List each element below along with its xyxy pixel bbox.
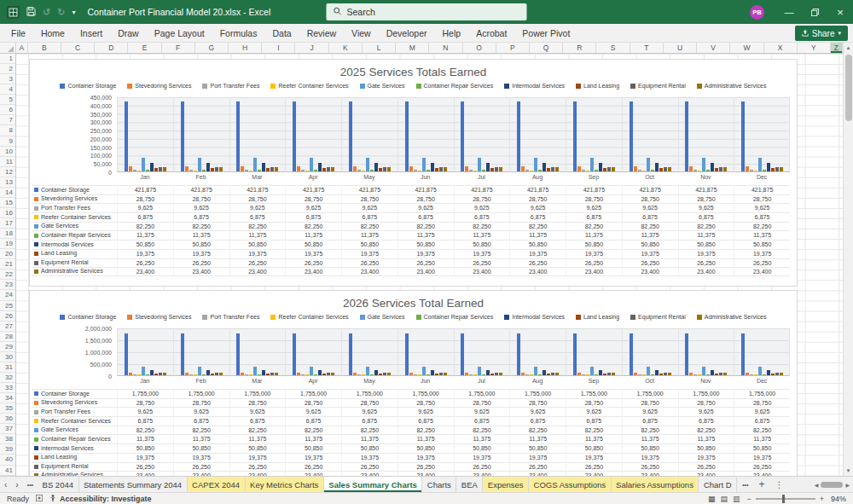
bar-container-repair-services[interactable]	[146, 170, 149, 171]
scroll-right-icon[interactable]: ▶	[845, 482, 850, 488]
bar-intermodal-services[interactable]	[262, 370, 265, 375]
bar-equipment-rental[interactable]	[159, 373, 162, 375]
bar-reefer-container-services[interactable]	[698, 171, 701, 171]
column-header-T[interactable]: T	[630, 43, 664, 53]
legend-item-container-repair-services[interactable]: Container Repair Services	[416, 83, 494, 89]
bar-stevedoring-services[interactable]	[634, 166, 637, 171]
bar-port-transfer-fees[interactable]	[525, 374, 529, 375]
column-header-P[interactable]: P	[496, 43, 530, 53]
row-header-21[interactable]: 21	[0, 259, 15, 269]
save-icon[interactable]	[26, 4, 36, 20]
column-header-U[interactable]: U	[664, 43, 697, 53]
bar-administrative-services[interactable]	[387, 373, 391, 375]
horizontal-scrollbar[interactable]: ◀ ▶	[815, 477, 853, 492]
sheet-nav-more-icon[interactable]: •••	[23, 477, 38, 492]
bar-intermodal-services[interactable]	[486, 370, 490, 375]
ribbon-tab-review[interactable]: Review	[299, 24, 344, 42]
bar-cluster-mar[interactable]	[229, 97, 286, 172]
bar-stevedoring-services[interactable]	[297, 166, 300, 171]
bar-administrative-services[interactable]	[780, 373, 783, 375]
bar-container-storage[interactable]	[125, 101, 128, 172]
row-header-12[interactable]: 12	[0, 167, 15, 177]
bar-intermodal-services[interactable]	[318, 163, 322, 171]
scroll-up-icon[interactable]: ▲	[846, 43, 851, 53]
bar-land-leasing[interactable]	[490, 168, 494, 171]
row-header-27[interactable]: 27	[0, 322, 15, 332]
bar-stevedoring-services[interactable]	[689, 166, 693, 171]
row-header-1[interactable]: 1	[0, 54, 15, 64]
bar-container-storage[interactable]	[741, 333, 745, 375]
bar-container-repair-services[interactable]	[426, 374, 430, 375]
row-header-28[interactable]: 28	[0, 332, 15, 342]
row-header-6[interactable]: 6	[0, 105, 15, 115]
bar-land-leasing[interactable]	[322, 168, 326, 171]
row-header-8[interactable]: 8	[0, 125, 15, 136]
legend-item-container-storage[interactable]: Container Storage	[60, 314, 116, 320]
bar-reefer-container-services[interactable]	[362, 374, 365, 375]
bar-administrative-services[interactable]	[275, 167, 278, 171]
legend-item-container-repair-services[interactable]: Container Repair Services	[416, 314, 494, 320]
bar-cluster-aug[interactable]	[509, 328, 566, 376]
row-header-3[interactable]: 3	[0, 74, 15, 84]
bar-reefer-container-services[interactable]	[473, 171, 477, 171]
bar-container-repair-services[interactable]	[706, 374, 710, 375]
bar-intermodal-services[interactable]	[150, 370, 154, 375]
legend-item-land-leasing[interactable]: Land Leasing	[576, 83, 619, 89]
bar-equipment-rental[interactable]	[664, 373, 667, 375]
bar-intermodal-services[interactable]	[318, 370, 322, 375]
worksheet-area[interactable]: ABCDEFGHIJKLMNOPQRSTUVWXYZ 1234567891011…	[0, 43, 853, 476]
bar-container-storage[interactable]	[181, 333, 184, 375]
bar-port-transfer-fees[interactable]	[245, 170, 248, 171]
bar-land-leasing[interactable]	[266, 168, 270, 171]
bar-intermodal-services[interactable]	[711, 370, 714, 375]
row-header-38[interactable]: 38	[0, 434, 15, 444]
bar-administrative-services[interactable]	[612, 373, 615, 375]
sheet-tab-sales-summary-charts[interactable]: Sales Summary Charts	[324, 477, 423, 492]
bar-port-transfer-fees[interactable]	[693, 374, 697, 375]
row-header-10[interactable]: 10	[0, 147, 15, 157]
bar-gate-services[interactable]	[534, 367, 537, 375]
bar-container-repair-services[interactable]	[763, 170, 766, 171]
bar-cluster-mar[interactable]	[229, 328, 286, 376]
bar-container-repair-services[interactable]	[426, 170, 430, 171]
column-header-Y[interactable]: Y	[798, 43, 831, 53]
vertical-scroll-thumb[interactable]	[845, 55, 852, 121]
bar-administrative-services[interactable]	[555, 167, 559, 171]
bar-intermodal-services[interactable]	[206, 370, 210, 375]
row-header-18[interactable]: 18	[0, 229, 15, 239]
bar-land-leasing[interactable]	[490, 374, 494, 375]
bar-stevedoring-services[interactable]	[521, 373, 525, 375]
ribbon-tab-home[interactable]: Home	[33, 24, 73, 42]
bar-equipment-rental[interactable]	[270, 167, 274, 171]
select-all-corner[interactable]	[0, 43, 16, 53]
bar-reefer-container-services[interactable]	[698, 374, 701, 375]
bar-cluster-feb[interactable]	[173, 97, 229, 172]
bar-container-repair-services[interactable]	[258, 170, 261, 171]
bar-reefer-container-services[interactable]	[530, 171, 533, 171]
bar-administrative-services[interactable]	[723, 167, 727, 171]
bar-equipment-rental[interactable]	[327, 373, 330, 375]
bar-gate-services[interactable]	[702, 367, 705, 375]
bar-container-repair-services[interactable]	[370, 170, 374, 171]
bar-administrative-services[interactable]	[499, 373, 502, 375]
bar-gate-services[interactable]	[310, 367, 313, 375]
bar-gate-services[interactable]	[198, 367, 201, 375]
bar-intermodal-services[interactable]	[262, 163, 265, 171]
legend-item-stevedoring-services[interactable]: Stevedoring Services	[127, 83, 191, 89]
bar-container-storage[interactable]	[630, 333, 633, 375]
bar-cluster-nov[interactable]	[678, 97, 734, 172]
column-header-Z[interactable]: Z	[831, 43, 843, 53]
row-header-35[interactable]: 35	[0, 403, 15, 414]
bar-reefer-container-services[interactable]	[194, 171, 197, 171]
bar-equipment-rental[interactable]	[215, 373, 218, 375]
bar-gate-services[interactable]	[422, 367, 426, 375]
ribbon-tab-insert[interactable]: Insert	[73, 24, 110, 42]
bar-port-transfer-fees[interactable]	[245, 374, 248, 375]
close-button[interactable]: ×	[827, 0, 853, 24]
zoom-in-icon[interactable]: +	[820, 495, 824, 503]
bar-gate-services[interactable]	[310, 158, 313, 171]
bar-container-storage[interactable]	[685, 333, 688, 375]
bar-cluster-oct[interactable]	[622, 328, 678, 376]
bar-container-repair-services[interactable]	[595, 374, 598, 375]
column-header-D[interactable]: D	[95, 43, 128, 53]
